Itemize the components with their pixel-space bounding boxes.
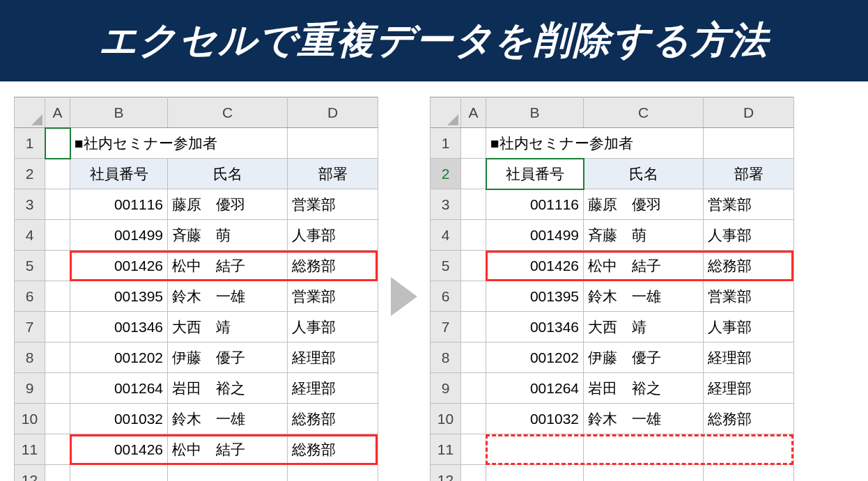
cell[interactable] [584,434,704,465]
row-header[interactable]: 10 [431,404,461,434]
cell[interactable] [461,434,486,465]
row-header[interactable]: 7 [15,312,45,342]
header-name[interactable]: 氏名 [584,159,704,189]
cell[interactable] [461,312,486,342]
cell[interactable] [45,189,70,220]
cell[interactable]: 001264 [70,373,168,404]
cell[interactable] [45,373,70,404]
col-header-d[interactable]: D [288,97,378,128]
cell[interactable] [461,220,486,251]
row-header[interactable]: 3 [431,189,461,220]
cell[interactable] [45,159,70,189]
cell[interactable] [461,189,486,220]
cell[interactable] [288,465,378,482]
cell[interactable]: 001264 [486,373,584,404]
cell[interactable]: 001346 [486,312,584,342]
cell[interactable]: 松中 結子 [168,251,288,281]
header-id-selected[interactable]: 社員番号 [486,159,584,189]
cell[interactable]: 大西 靖 [168,312,288,342]
select-all-corner[interactable] [431,97,461,128]
cell[interactable]: 001499 [486,220,584,251]
cell[interactable] [70,465,168,482]
cell[interactable] [45,465,70,482]
cell[interactable]: 経理部 [704,342,794,373]
cell[interactable]: 001202 [70,342,168,373]
row-header[interactable]: 11 [431,434,461,465]
cell[interactable]: 鈴木 一雄 [168,404,288,434]
cell[interactable]: 001032 [486,404,584,434]
col-header-a[interactable]: A [461,97,486,128]
cell[interactable]: 岩田 裕之 [168,373,288,404]
col-header-a[interactable]: A [45,97,70,128]
cell[interactable] [461,404,486,434]
row-header[interactable]: 7 [431,312,461,342]
row-header[interactable]: 8 [431,342,461,373]
col-header-d[interactable]: D [704,97,794,128]
cell[interactable]: 001032 [70,404,168,434]
cell[interactable] [461,465,486,482]
row-header[interactable]: 6 [15,281,45,312]
row-header[interactable]: 1 [15,128,45,159]
cell[interactable]: 総務部 [288,404,378,434]
cell[interactable]: 伊藤 優子 [584,342,704,373]
cell[interactable] [45,220,70,251]
cell[interactable] [461,342,486,373]
row-header[interactable]: 3 [15,189,45,220]
row-header[interactable]: 9 [15,373,45,404]
cell[interactable] [288,128,378,159]
row-header[interactable]: 1 [431,128,461,159]
cell[interactable]: 総務部 [704,251,794,281]
cell[interactable] [45,312,70,342]
row-header[interactable]: 4 [15,220,45,251]
cell[interactable]: 001395 [70,281,168,312]
cell[interactable]: 001395 [486,281,584,312]
row-header[interactable]: 9 [431,373,461,404]
row-header[interactable]: 12 [15,465,45,482]
cell[interactable] [45,434,70,465]
cell[interactable]: 001202 [486,342,584,373]
header-dept[interactable]: 部署 [288,159,378,189]
cell[interactable]: 001346 [70,312,168,342]
row-header[interactable]: 12 [431,465,461,482]
cell[interactable]: 鈴木 一雄 [168,281,288,312]
cell[interactable]: 藤原 優羽 [168,189,288,220]
table-title[interactable]: ■社内セミナー参加者 [486,128,704,159]
cell[interactable]: 営業部 [288,189,378,220]
col-header-b[interactable]: B [70,97,168,128]
cell[interactable] [486,434,584,465]
cell[interactable]: 001116 [486,189,584,220]
col-header-c[interactable]: C [584,97,704,128]
cell[interactable]: 営業部 [704,281,794,312]
cell[interactable]: 岩田 裕之 [584,373,704,404]
cell[interactable]: 001499 [70,220,168,251]
cell[interactable]: 斉藤 萌 [168,220,288,251]
cell[interactable]: 人事部 [704,220,794,251]
cell[interactable]: 藤原 優羽 [584,189,704,220]
cell[interactable] [704,465,794,482]
cell[interactable] [461,373,486,404]
cell[interactable]: 営業部 [704,189,794,220]
cell[interactable] [45,251,70,281]
cell[interactable]: 001426 [70,434,168,465]
cell[interactable] [45,404,70,434]
cell[interactable]: 鈴木 一雄 [584,281,704,312]
select-all-corner[interactable] [15,97,45,128]
cell[interactable]: 001116 [70,189,168,220]
cell[interactable]: 人事部 [704,312,794,342]
row-header[interactable]: 5 [431,251,461,281]
header-name[interactable]: 氏名 [168,159,288,189]
cell[interactable] [461,281,486,312]
cell[interactable]: 鈴木 一雄 [584,404,704,434]
cell[interactable] [461,128,486,159]
cell[interactable]: 人事部 [288,312,378,342]
cell[interactable]: 001426 [486,251,584,281]
table-title[interactable]: ■社内セミナー参加者 [70,128,288,159]
row-header[interactable]: 11 [15,434,45,465]
cell[interactable] [168,465,288,482]
cell[interactable] [461,251,486,281]
cell[interactable]: 大西 靖 [584,312,704,342]
cell[interactable] [461,159,486,189]
row-header[interactable]: 2 [15,159,45,189]
cell[interactable]: 営業部 [288,281,378,312]
cell[interactable] [45,281,70,312]
